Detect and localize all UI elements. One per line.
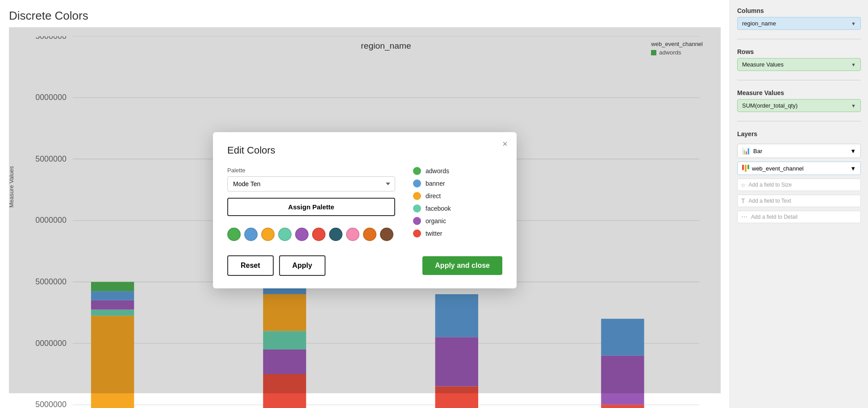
apply-button[interactable]: Apply <box>279 255 326 276</box>
channel-pill[interactable]: web_event_channel ▼ <box>737 162 861 175</box>
swatch-blue[interactable] <box>244 228 258 241</box>
modal-footer-left: Reset Apply <box>227 255 326 276</box>
legend-item-direct[interactable]: direct <box>413 192 502 200</box>
channel-bars-icon <box>742 165 749 172</box>
modal-left: Palette Mode Ten Assign Palette <box>227 167 395 241</box>
swatch-pink[interactable] <box>346 228 359 241</box>
layers-label: Layers <box>737 130 861 137</box>
organic-label: organic <box>426 217 446 225</box>
banner-dot <box>413 179 421 187</box>
organic-dot <box>413 217 421 225</box>
channel-label: web_event_channel <box>752 165 804 172</box>
direct-dot <box>413 192 421 200</box>
direct-label: direct <box>426 192 441 200</box>
swatch-purple[interactable] <box>295 228 309 241</box>
divider-1 <box>737 39 861 39</box>
svg-rect-35 <box>601 405 644 408</box>
swatch-green[interactable] <box>227 228 241 241</box>
right-panel: Columns region_name ▼ Rows Measure Value… <box>730 0 868 408</box>
rows-pill[interactable]: Measure Values ▼ <box>737 58 861 71</box>
modal-title: Edit Colors <box>227 145 502 156</box>
apply-and-close-button[interactable]: Apply and close <box>422 256 502 275</box>
bar-label: Bar <box>753 148 762 154</box>
size-icon: ○ <box>741 181 745 188</box>
rows-value: Measure Values <box>742 61 784 68</box>
swatch-orange[interactable] <box>261 228 275 241</box>
rows-section: Rows Measure Values ▼ <box>737 48 861 71</box>
color-swatches <box>227 228 395 241</box>
channel-chevron-icon: ▼ <box>850 165 856 172</box>
bar-chart-icon: 📊 <box>742 147 751 155</box>
rows-label: Rows <box>737 48 861 55</box>
add-size-row[interactable]: ○ Add a field to Size <box>737 179 861 191</box>
main-area: Discrete Colors Measure Values 55000000 … <box>0 0 730 408</box>
bar-layer-select[interactable]: 📊 Bar ▼ <box>737 144 861 158</box>
divider-3 <box>737 121 861 121</box>
palette-select[interactable]: Mode Ten <box>227 176 395 192</box>
divider-2 <box>737 80 861 80</box>
chart-container: Measure Values 55000000 50000000 4500000… <box>9 27 721 393</box>
assign-palette-button[interactable]: Assign Palette <box>227 198 395 216</box>
twitter-label: twitter <box>426 230 442 237</box>
measure-values-chevron-icon: ▼ <box>851 103 856 108</box>
facebook-dot <box>413 204 421 212</box>
swatch-dark-teal[interactable] <box>329 228 342 241</box>
add-detail-row[interactable]: ⋯ Add a field to Detail <box>737 211 861 223</box>
legend-item-adwords[interactable]: adwords <box>413 167 502 175</box>
legend-item-banner[interactable]: banner <box>413 179 502 187</box>
measure-values-value: SUM(order_total_qty) <box>742 102 797 109</box>
modal-footer: Reset Apply Apply and close <box>227 255 502 276</box>
modal-right: adwords banner direct <box>413 167 502 241</box>
legend-item-organic[interactable]: organic <box>413 217 502 225</box>
modal-close-button[interactable]: × <box>502 139 508 148</box>
rows-chevron-icon: ▼ <box>851 62 856 67</box>
columns-pill[interactable]: region_name ▼ <box>737 17 861 30</box>
modal-overlay: Edit Colors × Palette Mode Ten Assign Pa… <box>9 27 721 393</box>
columns-section: Columns region_name ▼ <box>737 7 861 30</box>
swatch-red[interactable] <box>312 228 326 241</box>
adwords-label: adwords <box>426 167 449 175</box>
columns-label: Columns <box>737 7 861 14</box>
columns-chevron-icon: ▼ <box>851 21 856 26</box>
adwords-dot <box>413 167 421 175</box>
modal-legend-list: adwords banner direct <box>413 167 502 237</box>
legend-item-facebook[interactable]: facebook <box>413 204 502 212</box>
facebook-label: facebook <box>426 205 451 212</box>
swatch-teal[interactable] <box>278 228 292 241</box>
legend-item-twitter[interactable]: twitter <box>413 229 502 237</box>
measure-values-label: Measure Values <box>737 89 861 96</box>
columns-value: region_name <box>742 20 776 27</box>
layers-section: Layers 📊 Bar ▼ web_event_channel ▼ ○ Add… <box>737 130 861 223</box>
edit-colors-modal: Edit Colors × Palette Mode Ten Assign Pa… <box>213 132 517 288</box>
add-detail-label: Add a field to Detail <box>751 214 797 220</box>
modal-body: Palette Mode Ten Assign Palette <box>227 167 502 241</box>
banner-label: banner <box>426 180 445 187</box>
twitter-dot <box>413 229 421 237</box>
swatch-dark-orange[interactable] <box>363 228 376 241</box>
page-title: Discrete Colors <box>9 9 721 23</box>
reset-button[interactable]: Reset <box>227 255 274 276</box>
svg-text:25000000: 25000000 <box>36 400 67 408</box>
measure-values-pill[interactable]: SUM(order_total_qty) ▼ <box>737 99 861 112</box>
add-text-label: Add a field to Text <box>749 198 791 204</box>
swatch-brown[interactable] <box>380 228 393 241</box>
measure-values-section: Measure Values SUM(order_total_qty) ▼ <box>737 89 861 112</box>
palette-label: Palette <box>227 167 395 174</box>
add-size-label: Add a field to Size <box>748 182 792 188</box>
bar-chevron-icon: ▼ <box>850 148 856 154</box>
detail-icon: ⋯ <box>741 213 747 221</box>
text-icon: T <box>741 197 745 204</box>
add-text-row[interactable]: T Add a field to Text <box>737 195 861 207</box>
